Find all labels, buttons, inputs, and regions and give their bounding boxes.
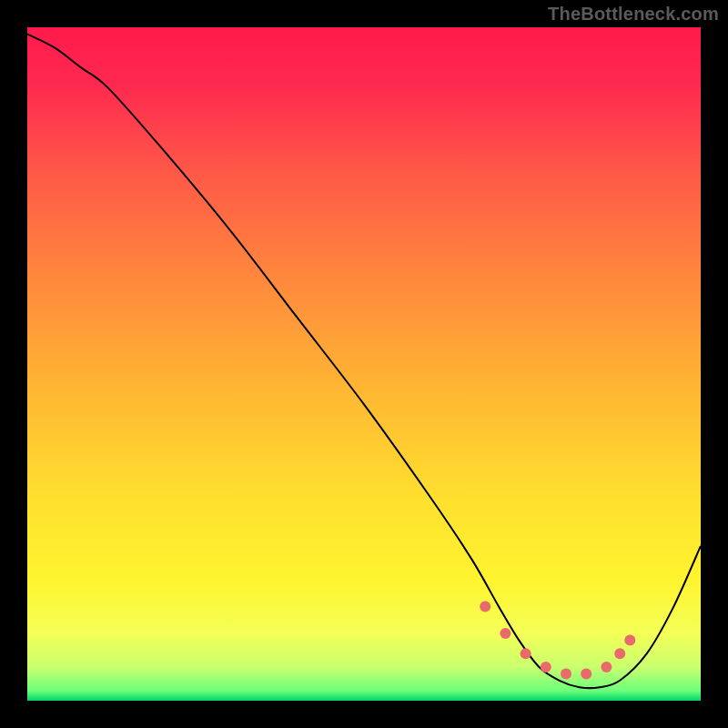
valley-dot [500,628,511,639]
valley-dot [561,668,571,679]
plot-background [27,27,701,701]
chart-frame: TheBottleneck.com [0,0,728,728]
valley-dot [624,634,635,645]
valley-dot [614,648,625,659]
valley-dot [480,601,490,612]
valley-dot [521,648,531,659]
valley-dot [601,662,612,672]
bottleneck-chart [0,0,728,728]
attribution-label: TheBottleneck.com [548,4,719,25]
valley-dot [581,668,592,679]
valley-dot [541,662,551,672]
